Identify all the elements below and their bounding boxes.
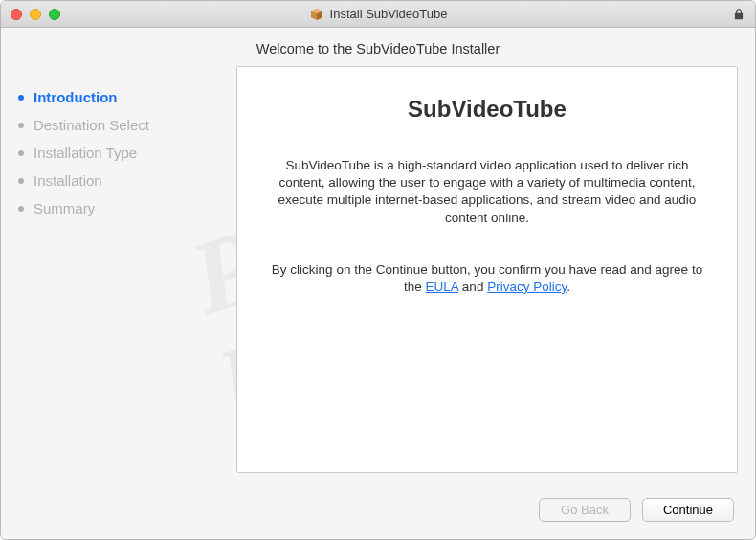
sidebar-step-destination-select: Destination Select bbox=[18, 111, 219, 139]
close-button[interactable] bbox=[11, 9, 22, 20]
package-icon bbox=[309, 7, 324, 22]
welcome-heading: Welcome to the SubVideoTube Installer bbox=[1, 28, 755, 66]
window-title: Install SubVideoTube bbox=[330, 7, 448, 21]
step-bullet-icon bbox=[18, 150, 24, 156]
sidebar-step-installation: Installation bbox=[18, 167, 219, 194]
sidebar-step-summary: Summary bbox=[18, 194, 219, 222]
window-controls bbox=[11, 9, 60, 20]
privacy-policy-link[interactable]: Privacy Policy bbox=[487, 280, 567, 294]
step-label: Introduction bbox=[33, 89, 117, 105]
continue-button[interactable]: Continue bbox=[642, 498, 734, 522]
body-area: PC risk.com Welcome to the SubVideoTube … bbox=[1, 28, 755, 539]
go-back-button: Go Back bbox=[539, 498, 631, 522]
sidebar: Introduction Destination Select Installa… bbox=[18, 66, 219, 473]
titlebar: Install SubVideoTube bbox=[1, 1, 755, 28]
eula-link[interactable]: EULA bbox=[426, 280, 459, 294]
content-panel: SubVideoTube SubVideoTube is a high-stan… bbox=[236, 66, 738, 473]
step-bullet-icon bbox=[18, 95, 24, 101]
footer: Go Back Continue bbox=[1, 484, 755, 539]
sidebar-step-introduction[interactable]: Introduction bbox=[18, 83, 219, 111]
step-label: Summary bbox=[33, 200, 95, 216]
step-label: Installation Type bbox=[33, 145, 137, 161]
step-bullet-icon bbox=[18, 206, 24, 212]
window-title-wrap: Install SubVideoTube bbox=[1, 7, 755, 22]
sidebar-step-installation-type: Installation Type bbox=[18, 139, 219, 167]
step-label: Destination Select bbox=[33, 117, 149, 133]
installer-window: Install SubVideoTube PC risk.com Welcome… bbox=[0, 0, 756, 540]
content-title: SubVideoTube bbox=[264, 96, 710, 123]
columns: Introduction Destination Select Installa… bbox=[1, 66, 755, 484]
content-description: SubVideoTube is a high-standard video ap… bbox=[264, 157, 710, 227]
minimize-button[interactable] bbox=[30, 9, 41, 20]
agree-and: and bbox=[458, 280, 487, 294]
step-bullet-icon bbox=[18, 178, 24, 184]
lock-icon[interactable] bbox=[732, 7, 745, 22]
step-label: Installation bbox=[33, 172, 102, 189]
agree-suffix: . bbox=[567, 280, 570, 294]
content-agreement: By clicking on the Continue button, you … bbox=[264, 261, 710, 296]
step-bullet-icon bbox=[18, 123, 24, 128]
maximize-button[interactable] bbox=[49, 9, 60, 20]
